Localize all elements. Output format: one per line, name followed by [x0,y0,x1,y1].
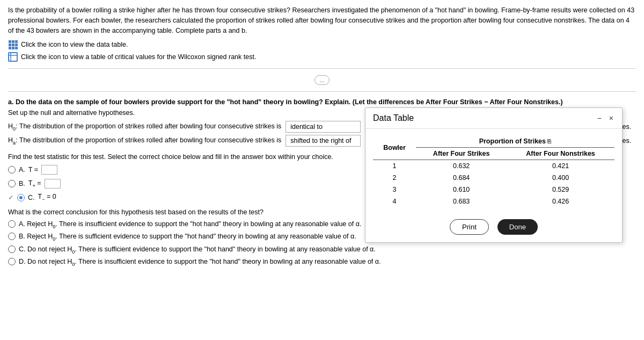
data-table-body: 10.6320.42120.6840.40030.6100.52940.6830… [373,160,614,208]
intro-paragraph: Is the probability of a bowler rolling a… [8,5,636,35]
copy-icon[interactable]: ⎘ [547,138,551,144]
conclusion-c-row[interactable]: C. Do not reject H0. There is sufficient… [8,245,636,255]
table-row: 40.6830.426 [373,196,614,207]
modal-title: Data Table [373,113,414,123]
table-row: 20.6840.400 [373,172,614,184]
conclusion-a-text: A. Reject H0. There is insufficient evid… [19,220,361,229]
conclusion-c-radio[interactable] [8,245,16,253]
table-row: 10.6320.421 [373,160,614,172]
conclusion-d-radio[interactable] [8,258,16,265]
bowler-col-header: Bowler [373,135,416,160]
conclusion-b-text: B. Reject H0. There is sufficient eviden… [19,233,356,242]
choice-c-checkmark: ✓ [8,193,14,201]
conclusion-a-radio[interactable] [8,220,16,228]
collapse-bar[interactable]: ... [8,75,636,85]
choice-a-answer-box[interactable] [41,165,57,175]
conclusion-d-text: D. Do not reject H0. There is insufficie… [19,258,381,267]
choice-a-stat: T = [28,166,38,173]
modal-footer: Print Done [365,214,622,242]
done-button[interactable]: Done [497,219,538,235]
h0-dropdown[interactable]: identical to [286,121,361,133]
choice-c-stat: T− = 0 [38,193,56,202]
conclusion-d-row[interactable]: D. Do not reject H0. There is insufficie… [8,258,636,267]
critical-values-link-label[interactable]: Click the icon to view a table of critic… [21,53,256,61]
svg-rect-0 [9,53,17,61]
modal-minimize-button[interactable]: − [596,114,603,122]
modal-body: Bowler Proportion of Strikes ⎘ After Fou… [365,129,622,214]
choice-c-radio[interactable] [17,194,25,201]
choice-a-radio[interactable] [8,166,16,173]
critical-values-icon-row[interactable]: Click the icon to view a table of critic… [8,52,636,62]
table-row: 30.6100.529 [373,184,614,196]
data-table-link-label[interactable]: Click the icon to view the data table. [21,41,128,48]
top-divider [8,68,636,69]
bottom-divider [8,91,636,92]
choice-b-stat: T+ = [28,179,41,189]
conclusion-b-radio[interactable] [8,233,16,240]
modal-controls: − × [596,114,614,122]
data-table: Bowler Proportion of Strikes ⎘ After Fou… [373,135,614,207]
choice-b-answer-box[interactable] [45,179,61,189]
h0-text: H0: The distribution of the proportion o… [8,122,281,132]
modal-header: Data Table − × [365,108,622,129]
choice-b-label: B. [19,180,25,187]
conclusion-c-text: C. Do not reject H0. There is sufficient… [19,245,376,255]
data-table-modal: Data Table − × Bowler Proportion of Stri… [365,107,623,243]
ha-dropdown[interactable]: shifted to the right of [286,135,361,147]
choice-c-label: C. [28,194,35,201]
after-nonstrikes-header: After Four Nonstrikes [507,148,614,160]
choice-a-label: A. [19,166,25,173]
data-table-icon-row[interactable]: Click the icon to view the data table. [8,40,636,49]
choice-b-radio[interactable] [8,180,16,187]
after-strikes-header: After Four Strikes [416,148,507,160]
collapse-dots[interactable]: ... [314,75,329,85]
section-a-label: a. Do the data on the sample of four bow… [8,98,636,106]
modal-close-button[interactable]: × [608,114,614,122]
proportion-header: Proportion of Strikes ⎘ [416,135,614,148]
data-table-icon[interactable] [8,40,18,49]
critical-values-icon[interactable] [8,52,18,62]
print-button[interactable]: Print [450,219,489,235]
ha-text: Ha: The distribution of the proportion o… [8,136,281,146]
